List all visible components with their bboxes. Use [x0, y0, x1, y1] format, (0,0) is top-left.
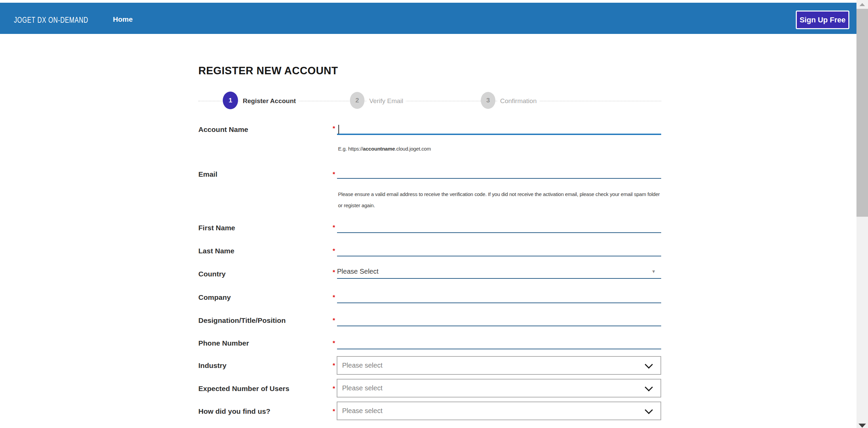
- first-name-label: First Name: [198, 223, 235, 232]
- scrollbar-thumb[interactable]: [856, 9, 868, 217]
- top-navbar: JOGET DX ON-DEMAND Home Sign Up Free: [0, 3, 856, 34]
- expected-users-label: Expected Number of Users: [198, 384, 289, 393]
- sign-up-free-button[interactable]: Sign Up Free: [796, 11, 849, 29]
- text-cursor: [338, 125, 339, 134]
- scroll-down-arrow-icon[interactable]: [859, 424, 866, 428]
- industry-select[interactable]: Please select: [337, 356, 661, 375]
- scroll-up-arrow-icon[interactable]: [860, 3, 865, 6]
- helper-suffix: .cloud.joget.com: [395, 146, 431, 152]
- company-label: Company: [198, 293, 231, 302]
- required-asterisk: *: [333, 224, 335, 231]
- page-title: REGISTER NEW ACCOUNT: [198, 65, 338, 77]
- helper-prefix: E.g. https://: [338, 146, 363, 152]
- last-name-input[interactable]: [337, 247, 661, 256]
- step-1-circle: 1: [223, 92, 238, 109]
- country-select-value: Please Select: [337, 267, 661, 276]
- email-helper: Please ensure a valid email address to r…: [338, 189, 663, 211]
- industry-label: Industry: [198, 361, 226, 370]
- step-3-label: Confirmation: [497, 97, 539, 105]
- required-asterisk: *: [333, 269, 335, 276]
- dropdown-arrow-icon: ▼: [651, 269, 656, 274]
- required-asterisk: *: [333, 340, 335, 347]
- find-us-label: How did you find us?: [198, 407, 270, 416]
- register-page: JOGET DX ON-DEMAND Home Sign Up Free REG…: [0, 0, 868, 428]
- phone-number-label: Phone Number: [198, 339, 249, 348]
- email-input[interactable]: [337, 169, 661, 179]
- required-asterisk: *: [333, 362, 335, 369]
- find-us-select-value: Please select: [337, 402, 660, 420]
- step-2-label: Verify Email: [367, 97, 406, 105]
- account-name-input[interactable]: [337, 122, 661, 135]
- country-select[interactable]: Please Select ▼: [337, 267, 661, 279]
- email-label: Email: [198, 170, 217, 179]
- step-3-circle: 3: [481, 92, 495, 109]
- nav-item-home[interactable]: Home: [113, 15, 133, 23]
- vertical-scrollbar[interactable]: [856, 0, 868, 428]
- find-us-select[interactable]: Please select: [337, 402, 661, 420]
- required-asterisk: *: [333, 385, 335, 392]
- required-asterisk: *: [333, 317, 335, 324]
- required-asterisk: *: [333, 248, 335, 254]
- account-name-helper: E.g. https://accountname.cloud.joget.com: [338, 145, 431, 152]
- country-label: Country: [198, 270, 226, 278]
- designation-input[interactable]: [337, 316, 661, 326]
- required-asterisk: *: [333, 171, 335, 178]
- company-input[interactable]: [337, 293, 661, 303]
- designation-label: Designation/Title/Position: [198, 316, 285, 325]
- required-asterisk: *: [333, 125, 335, 132]
- first-name-input[interactable]: [337, 223, 661, 233]
- step-2-circle: 2: [350, 92, 364, 109]
- phone-number-input[interactable]: [337, 339, 661, 349]
- expected-users-select-value: Please select: [337, 380, 660, 397]
- helper-bold: accountname: [363, 146, 395, 152]
- required-asterisk: *: [333, 408, 335, 415]
- expected-users-select[interactable]: Please select: [337, 379, 661, 397]
- account-name-label: Account Name: [198, 125, 248, 134]
- step-1-label: Register Account: [240, 97, 299, 105]
- brand-logo: JOGET DX ON-DEMAND: [14, 15, 88, 25]
- required-asterisk: *: [333, 294, 335, 301]
- last-name-label: Last Name: [198, 247, 234, 255]
- industry-select-value: Please select: [337, 357, 660, 374]
